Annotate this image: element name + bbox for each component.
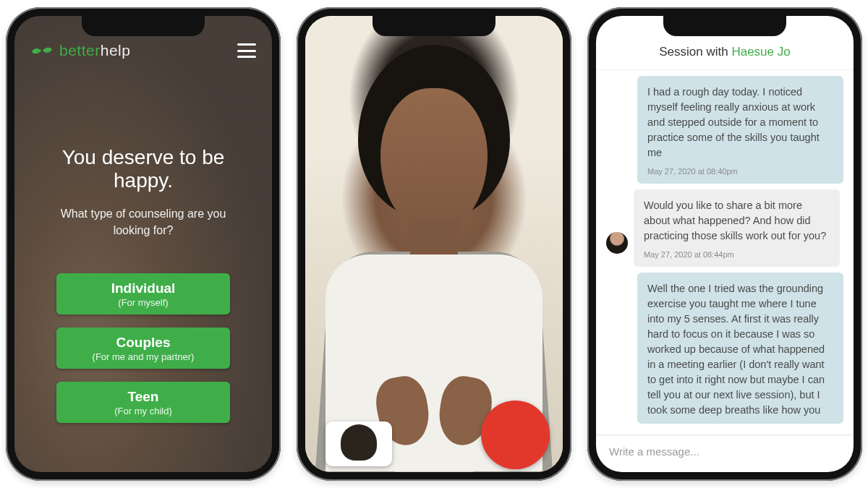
phone-notch <box>663 16 786 36</box>
video-call-screen <box>305 16 563 472</box>
therapist-video-feed <box>326 45 542 450</box>
option-individual-button[interactable]: Individual (For myself) <box>56 273 230 314</box>
therapist-avatar[interactable] <box>606 232 628 254</box>
brand-hands-icon <box>30 43 54 58</box>
chat-header-prefix: Session with <box>659 45 731 59</box>
message-row-client: Well the one I tried was the grounding e… <box>606 273 843 424</box>
message-row-client: I had a rough day today. I noticed mysel… <box>606 76 843 184</box>
message-timestamp: May 27, 2020 at 08:40pm <box>647 166 833 178</box>
message-list[interactable]: I had a rough day today. I noticed mysel… <box>596 70 854 435</box>
option-subtitle: (For my child) <box>67 406 220 416</box>
menu-icon[interactable] <box>237 43 256 58</box>
onboarding-screen: betterhelp You deserve to be happy. What… <box>14 16 272 472</box>
hero-section: You deserve to be happy. What type of co… <box>14 67 272 472</box>
compose-input[interactable]: Write a message... <box>596 435 854 472</box>
phone-frame-onboarding: betterhelp You deserve to be happy. What… <box>6 7 281 481</box>
option-subtitle: (For myself) <box>67 297 220 308</box>
message-bubble: I had a rough day today. I noticed mysel… <box>637 76 843 184</box>
option-title: Teen <box>67 389 220 405</box>
chat-screen: Session with Haesue Jo I had a rough day… <box>596 16 854 472</box>
brand-logo[interactable]: betterhelp <box>30 42 130 59</box>
phone-frame-video <box>297 7 571 481</box>
option-couples-button[interactable]: Couples (For me and my partner) <box>56 328 230 369</box>
message-row-therapist: Would you like to share a bit more about… <box>606 189 843 267</box>
end-call-button[interactable] <box>481 401 550 469</box>
message-text: Well the one I tried was the grounding e… <box>647 281 833 418</box>
message-bubble: Well the one I tried was the grounding e… <box>637 273 843 424</box>
compose-placeholder: Write a message... <box>609 445 699 458</box>
page-subhead: What type of counseling are you looking … <box>49 205 237 239</box>
message-text: I had a rough day today. I noticed mysel… <box>647 85 833 160</box>
option-title: Individual <box>67 281 220 296</box>
message-text: Would you like to share a bit more about… <box>644 198 830 244</box>
therapist-name[interactable]: Haesue Jo <box>731 45 790 59</box>
self-view-thumbnail[interactable] <box>326 421 392 466</box>
message-timestamp: May 27, 2020 at 08:44pm <box>644 249 830 261</box>
phone-notch <box>82 16 205 36</box>
phone-frame-chat: Session with Haesue Jo I had a rough day… <box>587 7 862 481</box>
brand-wordmark: betterhelp <box>59 42 130 59</box>
page-headline: You deserve to be happy. <box>35 146 252 192</box>
option-teen-button[interactable]: Teen (For my child) <box>56 382 230 423</box>
phone-notch <box>373 16 495 36</box>
option-title: Couples <box>67 335 220 351</box>
message-bubble: Would you like to share a bit more about… <box>634 189 840 267</box>
option-subtitle: (For me and my partner) <box>67 351 220 362</box>
